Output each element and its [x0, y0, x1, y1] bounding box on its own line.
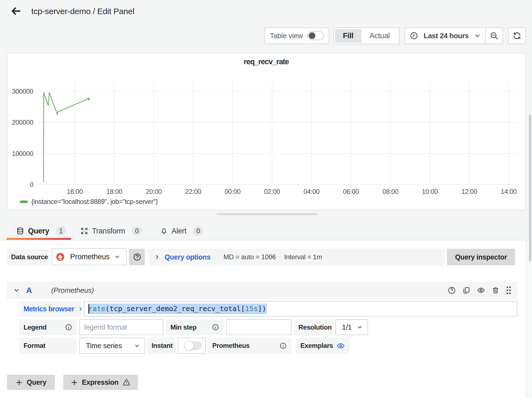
plus-icon: [16, 379, 23, 386]
active-tab-underline: [6, 238, 71, 240]
tab-alert[interactable]: Alert 0: [160, 224, 203, 238]
query-row-header[interactable]: A (Prometheus): [7, 282, 518, 299]
datasource-help-button[interactable]: [129, 249, 145, 265]
database-icon: [16, 227, 24, 235]
promql-expression: rate(tcp_server_demo2_req_recv_total[15s…: [88, 304, 267, 314]
promql-query-input[interactable]: rate(tcp_server_demo2_req_recv_total[15s…: [84, 301, 517, 317]
scrollbar-thumb[interactable]: [529, 114, 531, 261]
drag-handle-icon[interactable]: [506, 286, 511, 294]
actual-option[interactable]: Actual: [361, 29, 398, 43]
min-step-label: Min step: [166, 319, 224, 335]
query-options-bar: Query options MD = auto = 1006 Interval …: [148, 249, 444, 265]
x-axis-label: 02:00: [264, 188, 280, 195]
page-title: tcp-server-demo / Edit Panel: [31, 6, 134, 17]
arrow-left-icon: [11, 6, 22, 17]
tab-transform-count: 0: [132, 226, 142, 236]
process-icon: [80, 227, 88, 235]
clock-icon: [410, 32, 418, 40]
tab-query-label: Query: [28, 227, 49, 235]
x-axis-label: 22:00: [185, 188, 201, 195]
add-query-button[interactable]: Query: [7, 375, 55, 390]
x-axis-label: 06:00: [343, 188, 359, 195]
chart-legend[interactable]: {instance="localhost:8889", job="tcp-ser…: [20, 198, 158, 206]
refresh-icon: [513, 31, 521, 40]
series-line: [44, 93, 89, 182]
refresh-button[interactable]: [508, 27, 526, 44]
info-circle-icon[interactable]: [65, 324, 72, 331]
legend-swatch: [20, 201, 28, 203]
warning-triangle-icon: [122, 378, 131, 386]
promql-token: rate: [88, 304, 105, 313]
x-axis-label: 16:00: [67, 188, 83, 195]
promql-token: (tcp_server_demo2_req_recv_total[: [105, 304, 245, 313]
fill-option[interactable]: Fill: [335, 29, 361, 43]
angle-right-icon[interactable]: [154, 254, 160, 260]
bell-icon: [160, 227, 168, 235]
y-axis-label: 300000: [12, 88, 33, 95]
tab-alert-count: 0: [193, 226, 203, 236]
query-help-icon[interactable]: [448, 286, 456, 294]
y-axis-label: 100000: [12, 150, 33, 157]
add-expression-button[interactable]: Expression: [63, 375, 138, 390]
exemplars-eye-icon[interactable]: [336, 341, 345, 350]
fill-actual-switcher: Fill Actual: [333, 27, 400, 44]
legend-format-input[interactable]: legend format: [79, 319, 163, 335]
y-axis-label: 0: [30, 181, 33, 188]
y-axis-label: 200000: [12, 119, 33, 126]
x-axis-label: 10:00: [422, 188, 438, 195]
min-step-label-text: Min step: [170, 323, 196, 331]
plus-icon: [71, 379, 78, 386]
format-value: Time series: [86, 341, 122, 350]
zoom-out-button[interactable]: [485, 28, 502, 43]
query-datasource-hint: (Prometheus): [51, 282, 94, 299]
x-axis-label: 20:00: [146, 188, 162, 195]
tab-alert-label: Alert: [172, 227, 186, 235]
tab-query[interactable]: Query 1: [16, 224, 66, 238]
chart-panel: req_recv_rate 010000020000030000016:0018…: [7, 53, 526, 210]
prometheus-type-label: Prometheus: [208, 338, 291, 354]
x-axis-label: 04:00: [303, 188, 319, 195]
back-button[interactable]: [11, 6, 22, 17]
toggle-knob: [309, 32, 315, 39]
time-range-picker[interactable]: Last 24 hours: [405, 28, 485, 43]
metrics-browser-button[interactable]: Metrics browser: [19, 301, 81, 317]
text-caret: [88, 304, 89, 314]
legend-label-text: Legend: [24, 323, 47, 331]
min-step-input[interactable]: [226, 319, 291, 335]
tabbar-divider: [0, 240, 526, 240]
x-axis-label: 18:00: [106, 188, 122, 195]
query-ref-id[interactable]: A: [26, 282, 32, 299]
format-select[interactable]: Time series: [79, 338, 145, 354]
resolution-value: 1/1: [342, 323, 352, 332]
table-view-toggle[interactable]: [307, 31, 324, 40]
delete-query-icon[interactable]: [492, 287, 499, 294]
resolution-select[interactable]: 1/1: [335, 319, 368, 335]
question-circle-icon: [133, 253, 141, 261]
instant-label-text: Instant: [152, 342, 173, 350]
instant-label: Instant: [147, 338, 175, 354]
toggle-visibility-icon[interactable]: [477, 286, 485, 294]
datasource-value: Prometheus: [70, 253, 114, 261]
table-view-control[interactable]: Table view: [265, 27, 329, 44]
datasource-picker[interactable]: Prometheus: [52, 248, 127, 265]
instant-toggle[interactable]: [178, 338, 206, 354]
duplicate-query-icon[interactable]: [462, 286, 470, 294]
add-expression-label: Expression: [82, 378, 119, 386]
chevron-down-icon: [357, 324, 363, 330]
x-axis-label: 14:00: [501, 188, 517, 195]
legend-format-placeholder: legend format: [84, 323, 127, 332]
resolution-label-text: Resolution: [298, 323, 332, 331]
interval-text: Interval = 1m: [284, 253, 322, 261]
x-axis-label: 00:00: [225, 188, 241, 195]
tab-query-count: 1: [56, 226, 66, 236]
query-inspector-button[interactable]: Query inspector: [447, 249, 515, 265]
toggle-track: [184, 341, 202, 350]
info-circle-icon[interactable]: [212, 324, 219, 331]
pane-resize-handle[interactable]: [216, 213, 318, 215]
info-circle-icon[interactable]: [280, 342, 287, 349]
max-data-points-text: MD = auto = 1006: [224, 253, 276, 261]
angle-right-icon: [78, 306, 84, 312]
tab-transform[interactable]: Transform 0: [80, 224, 142, 238]
query-options-link[interactable]: Query options: [165, 253, 211, 261]
collapse-caret-icon[interactable]: [13, 282, 20, 299]
